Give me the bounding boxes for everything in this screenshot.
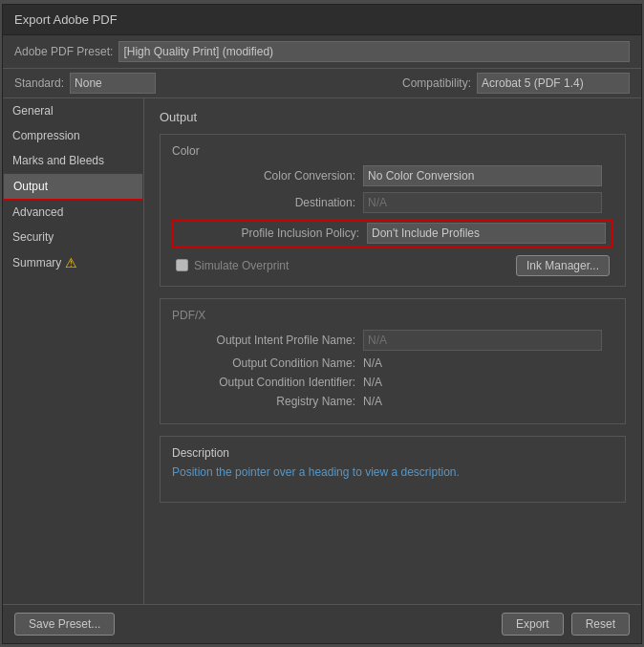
compatibility-select[interactable]: Acrobat 5 (PDF 1.4) (477, 73, 630, 94)
standard-select[interactable]: None (70, 73, 156, 94)
color-group: Color Color Conversion: No Color Convers… (160, 134, 626, 287)
dialog-title: Export Adobe PDF (14, 12, 118, 27)
sidebar-item-security[interactable]: Security (3, 225, 143, 249)
sidebar-item-advanced[interactable]: Advanced (3, 200, 143, 225)
save-preset-button[interactable]: Save Preset... (14, 613, 115, 636)
section-title: Output (160, 110, 626, 124)
simulate-overprint-checkbox[interactable] (176, 259, 188, 271)
registry-name-row: Registry Name: N/A (172, 395, 613, 408)
output-intent-select[interactable]: N/A (363, 330, 602, 351)
reset-button[interactable]: Reset (571, 613, 630, 636)
sidebar-item-marks-and-bleeds[interactable]: Marks and Bleeds (3, 148, 143, 173)
destination-label: Destination: (172, 196, 363, 209)
pdfx-group: PDF/X Output Intent Profile Name: N/A Ou… (160, 298, 626, 424)
preset-select[interactable]: [High Quality Print] (modified) (118, 41, 630, 62)
simulate-overprint-label: Simulate Overprint (194, 259, 289, 272)
description-title: Description (172, 446, 613, 460)
color-conversion-select[interactable]: No Color Conversion (363, 165, 602, 186)
output-condition-name-row: Output Condition Name: N/A (172, 356, 613, 370)
export-pdf-dialog: Export Adobe PDF Adobe PDF Preset: [High… (2, 4, 642, 644)
output-condition-id-value: N/A (363, 376, 382, 389)
title-bar: Export Adobe PDF (3, 5, 641, 35)
output-condition-name-label: Output Condition Name: (172, 356, 363, 370)
export-button[interactable]: Export (502, 613, 564, 636)
compatibility-group: Compatibility: Acrobat 5 (PDF 1.4) (402, 73, 630, 94)
registry-name-label: Registry Name: (172, 395, 363, 408)
sidebar-item-summary[interactable]: Summary ⚠ (3, 249, 143, 276)
preset-row: Adobe PDF Preset: [High Quality Print] (… (3, 35, 641, 69)
compatibility-label: Compatibility: (402, 76, 471, 90)
destination-select[interactable]: N/A (363, 192, 602, 213)
sidebar-item-output[interactable]: Output (3, 173, 143, 200)
standard-label: Standard: (14, 76, 64, 90)
color-conversion-label: Color Conversion: (172, 169, 363, 183)
profile-inclusion-select[interactable]: Don't Include Profiles (367, 223, 606, 244)
color-conversion-row: Color Conversion: No Color Conversion (172, 165, 613, 186)
output-intent-row: Output Intent Profile Name: N/A (172, 330, 613, 351)
output-intent-label: Output Intent Profile Name: (172, 334, 363, 347)
simulate-overprint-row: Simulate Overprint Ink Manager... (172, 255, 613, 276)
content-area: Output Color Color Conversion: No Color … (144, 98, 641, 604)
registry-name-value: N/A (363, 395, 382, 408)
warning-icon: ⚠ (65, 255, 77, 270)
pdfx-title: PDF/X (172, 309, 613, 322)
description-group: Description Position the pointer over a … (160, 436, 626, 503)
preset-label: Adobe PDF Preset: (14, 45, 113, 58)
standard-group: Standard: None (14, 73, 156, 94)
sidebar-item-general[interactable]: General (3, 98, 143, 123)
sidebar: General Compression Marks and Bleeds Out… (3, 98, 144, 604)
bottom-bar: Save Preset... Export Reset (3, 604, 641, 643)
main-area: General Compression Marks and Bleeds Out… (3, 98, 641, 604)
destination-row: Destination: N/A (172, 192, 613, 213)
output-condition-id-label: Output Condition Identifier: (172, 376, 363, 389)
sidebar-item-compression[interactable]: Compression (3, 123, 143, 148)
output-condition-name-value: N/A (363, 356, 382, 370)
description-text: Position the pointer over a heading to v… (172, 465, 613, 479)
std-compat-row: Standard: None Compatibility: Acrobat 5 … (3, 69, 641, 98)
output-condition-id-row: Output Condition Identifier: N/A (172, 376, 613, 389)
profile-inclusion-row: Profile Inclusion Policy: Don't Include … (172, 219, 613, 248)
ink-manager-button[interactable]: Ink Manager... (516, 255, 610, 276)
profile-inclusion-label: Profile Inclusion Policy: (176, 226, 367, 240)
color-group-title: Color (172, 144, 613, 158)
